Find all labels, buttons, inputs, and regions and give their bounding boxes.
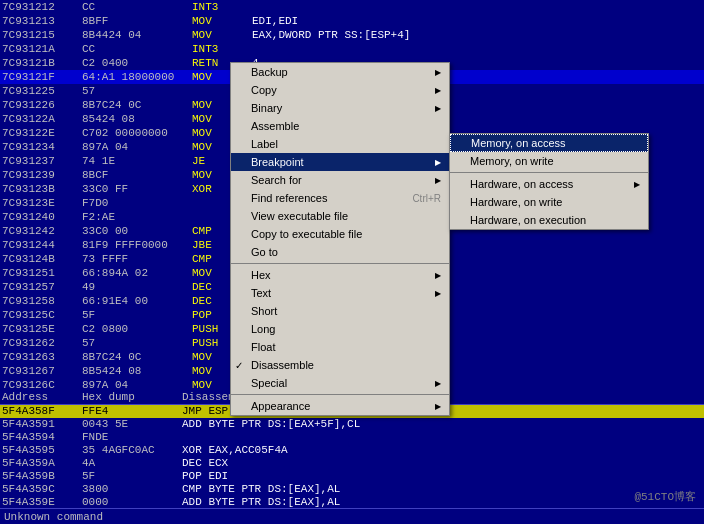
disasm-operands: EDI,EDI xyxy=(252,14,298,28)
disasm-addr: 7C93123B xyxy=(2,182,82,196)
breakpoint-submenu[interactable]: Memory, on accessMemory, on writeHardwar… xyxy=(449,133,649,230)
disasm-addr: 7C931257 xyxy=(2,280,82,294)
disasm-bytes: F2:AE xyxy=(82,210,192,224)
disasm-bytes: 8B7C24 0C xyxy=(82,350,192,364)
menu-item-go-to[interactable]: Go to xyxy=(231,243,449,261)
disasm-addr: 7C931213 xyxy=(2,14,82,28)
disasm-addr: 7C931239 xyxy=(2,168,82,182)
menu-item-text[interactable]: Text▶ xyxy=(231,284,449,302)
menu-item-label: Copy to executable file xyxy=(251,228,362,240)
col-hex: Hex dump xyxy=(82,391,182,403)
bottom-addr: 5F4A359C xyxy=(2,483,82,496)
disasm-bytes: 8BFF xyxy=(82,14,192,28)
col-address: Address xyxy=(2,391,82,403)
bottom-disasm: ADD BYTE PTR DS:[EAX+5F],CL xyxy=(182,418,360,431)
menu-arrow-icon: ▶ xyxy=(435,379,441,388)
menu-item-label: Label xyxy=(251,138,278,150)
disasm-bytes: 8B5424 08 xyxy=(82,364,192,378)
menu-item-copy[interactable]: Copy▶ xyxy=(231,81,449,99)
menu-item-find-references[interactable]: Find referencesCtrl+R xyxy=(231,189,449,207)
menu-item-breakpoint[interactable]: Breakpoint▶ xyxy=(231,153,449,171)
bottom-row[interactable]: 5F4A359A4ADEC ECX xyxy=(0,457,704,470)
submenu-item-label: Hardware, on execution xyxy=(470,214,586,226)
submenu-item-hardware--on-access[interactable]: Hardware, on access▶ xyxy=(450,175,648,193)
bottom-disasm: JMP ESP xyxy=(182,405,228,418)
disasm-bytes: C702 00000000 xyxy=(82,126,192,140)
submenu-item-hardware--on-execution[interactable]: Hardware, on execution xyxy=(450,211,648,229)
menu-item-search-for[interactable]: Search for▶ xyxy=(231,171,449,189)
disasm-bytes: 64:A1 18000000 xyxy=(82,70,192,84)
disasm-addr: 7C931234 xyxy=(2,140,82,154)
menu-item-short[interactable]: Short xyxy=(231,302,449,320)
disasm-bytes: 897A 04 xyxy=(82,140,192,154)
disasm-row[interactable]: 7C93121ACCINT3 xyxy=(0,42,704,56)
disasm-addr: 7C931258 xyxy=(2,294,82,308)
bottom-row[interactable]: 5F4A359535 4AGFC0ACXOR EAX,ACC05F4A xyxy=(0,444,704,457)
menu-item-hex[interactable]: Hex▶ xyxy=(231,266,449,284)
disasm-bytes: 81F9 FFFF0000 xyxy=(82,238,192,252)
menu-item-assemble[interactable]: Assemble xyxy=(231,117,449,135)
submenu-item-hardware--on-write[interactable]: Hardware, on write xyxy=(450,193,648,211)
disasm-addr: 7C931262 xyxy=(2,336,82,350)
submenu-separator xyxy=(450,172,648,173)
menu-arrow-icon: ▶ xyxy=(435,68,441,77)
disasm-row[interactable]: 7C931212CCINT3 xyxy=(0,0,704,14)
disasm-addr: 7C93122E xyxy=(2,126,82,140)
menu-item-special[interactable]: Special▶ xyxy=(231,374,449,392)
menu-item-float[interactable]: Float xyxy=(231,338,449,356)
submenu-item-label: Memory, on access xyxy=(471,137,566,149)
submenu-item-label: Hardware, on access xyxy=(470,178,573,190)
menu-item-binary[interactable]: Binary▶ xyxy=(231,99,449,117)
menu-item-copy-to-executable-file[interactable]: Copy to executable file xyxy=(231,225,449,243)
disasm-row[interactable]: 7C9312158B4424 04MOVEAX,DWORD PTR SS:[ES… xyxy=(0,28,704,42)
disasm-bytes: 33C0 FF xyxy=(82,182,192,196)
disasm-addr: 7C93121A xyxy=(2,42,82,56)
disasm-row[interactable]: 7C9312138BFFMOVEDI,EDI xyxy=(0,14,704,28)
menu-item-label: Short xyxy=(251,305,277,317)
menu-item-label[interactable]: Label xyxy=(231,135,449,153)
menu-item-label: Float xyxy=(251,341,275,353)
bottom-disasm: DEC ECX xyxy=(182,457,228,470)
menu-item-view-executable-file[interactable]: View executable file xyxy=(231,207,449,225)
menu-item-label: Assemble xyxy=(251,120,299,132)
menu-item-backup[interactable]: Backup▶ xyxy=(231,63,449,81)
disasm-bytes: CC xyxy=(82,0,192,14)
menu-item-label: Appearance xyxy=(251,400,310,412)
disasm-bytes: F7D0 xyxy=(82,196,192,210)
menu-item-label: Breakpoint xyxy=(251,156,304,168)
bottom-row[interactable]: 5F4A359B5FPOP EDI xyxy=(0,470,704,483)
context-menu[interactable]: Backup▶Copy▶Binary▶AssembleLabelBreakpoi… xyxy=(230,62,450,416)
bottom-row[interactable]: 5F4A359C3800CMP BYTE PTR DS:[EAX],AL xyxy=(0,483,704,496)
disasm-bytes: 66:894A 02 xyxy=(82,266,192,280)
submenu-item-memory--on-write[interactable]: Memory, on write xyxy=(450,152,648,170)
menu-item-appearance[interactable]: Appearance▶ xyxy=(231,397,449,415)
disasm-bytes: 8B7C24 0C xyxy=(82,98,192,112)
menu-arrow-icon: ▶ xyxy=(435,289,441,298)
disasm-addr: 7C93121B xyxy=(2,56,82,70)
submenu-item-label: Hardware, on write xyxy=(470,196,562,208)
menu-separator xyxy=(231,394,449,395)
disasm-bytes: C2 0400 xyxy=(82,56,192,70)
bottom-row[interactable]: 5F4A3594FNDE xyxy=(0,431,704,444)
disasm-addr: 7C93121F xyxy=(2,70,82,84)
submenu-item-memory--on-access[interactable]: Memory, on access xyxy=(450,134,648,152)
menu-arrow-icon: ▶ xyxy=(435,104,441,113)
bottom-row[interactable]: 5F4A35910043 5EADD BYTE PTR DS:[EAX+5F],… xyxy=(0,418,704,431)
disasm-addr: 7C931215 xyxy=(2,28,82,42)
disasm-addr: 7C931242 xyxy=(2,224,82,238)
disasm-bytes: C2 0800 xyxy=(82,322,192,336)
disasm-addr: 7C93123E xyxy=(2,196,82,210)
menu-separator xyxy=(231,263,449,264)
disasm-addr: 7C931240 xyxy=(2,210,82,224)
disasm-addr: 7C931263 xyxy=(2,350,82,364)
disasm-bytes: 49 xyxy=(82,280,192,294)
disasm-addr: 7C931251 xyxy=(2,266,82,280)
menu-item-long[interactable]: Long xyxy=(231,320,449,338)
bottom-disasm: CMP BYTE PTR DS:[EAX],AL xyxy=(182,483,340,496)
bottom-addr: 5F4A3595 xyxy=(2,444,82,457)
disasm-bytes: 8BCF xyxy=(82,168,192,182)
disasm-addr: 7C931244 xyxy=(2,238,82,252)
disasm-bytes: 73 FFFF xyxy=(82,252,192,266)
menu-item-disassemble[interactable]: ✓Disassemble xyxy=(231,356,449,374)
menu-item-label: Find references xyxy=(251,192,327,204)
